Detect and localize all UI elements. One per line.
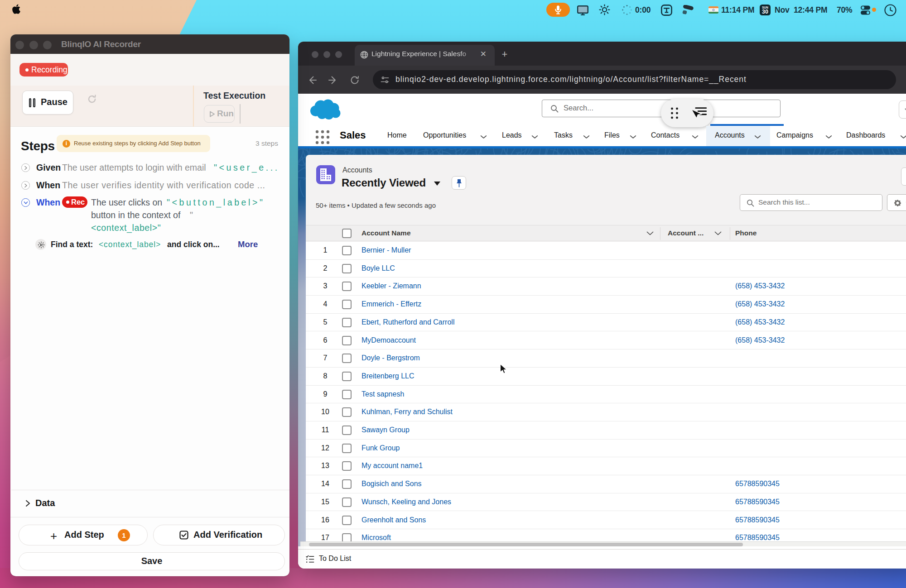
svg-text:30: 30 xyxy=(762,9,768,15)
